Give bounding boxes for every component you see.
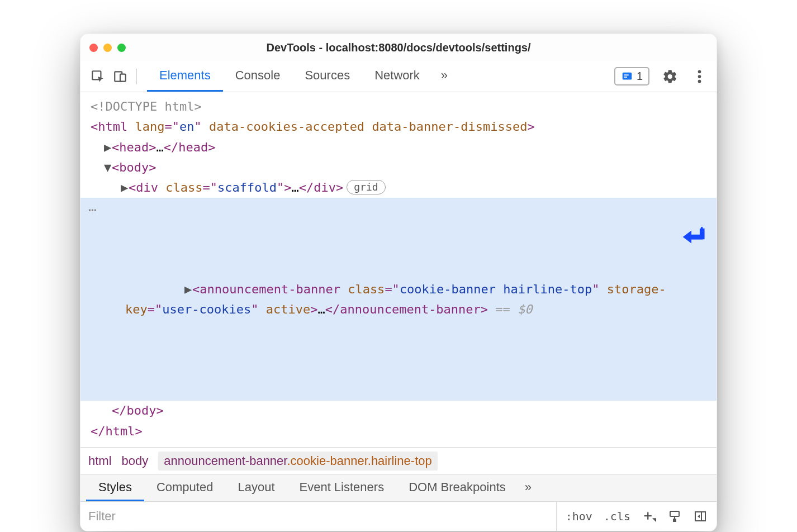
- tab-elements[interactable]: Elements: [147, 61, 223, 92]
- svg-rect-2: [120, 74, 126, 81]
- expand-triangle-icon[interactable]: ▶: [121, 178, 129, 198]
- titlebar: DevTools - localhost:8080/docs/devtools/…: [80, 34, 717, 61]
- svg-point-6: [698, 70, 701, 73]
- paint-flash-icon[interactable]: [667, 509, 682, 524]
- maximize-window-button[interactable]: [117, 44, 126, 52]
- computed-sidebar-toggle-icon[interactable]: [693, 509, 708, 524]
- minimize-window-button[interactable]: [103, 44, 112, 52]
- svg-rect-3: [623, 72, 632, 79]
- cls-toggle[interactable]: .cls: [604, 510, 630, 523]
- issues-badge[interactable]: 1: [614, 67, 649, 86]
- styles-filter-input[interactable]: [80, 502, 557, 531]
- issues-count: 1: [637, 70, 643, 83]
- ptab-layout[interactable]: Layout: [225, 474, 287, 501]
- new-style-rule-icon[interactable]: [642, 509, 656, 524]
- dom-body-open[interactable]: ▼<body>: [80, 158, 717, 178]
- devtools-window: DevTools - localhost:8080/docs/devtools/…: [80, 34, 717, 531]
- window-controls: [89, 44, 126, 52]
- crumb-body[interactable]: body: [122, 454, 149, 468]
- expand-triangle-icon[interactable]: ▶: [184, 279, 192, 300]
- hov-toggle[interactable]: :hov: [566, 510, 592, 523]
- dom-tree[interactable]: <!DOCTYPE html> <html lang="en" data-coo…: [80, 92, 717, 447]
- settings-gear-icon[interactable]: [661, 67, 680, 86]
- more-actions-icon[interactable]: ⋯: [88, 203, 96, 217]
- tab-network[interactable]: Network: [362, 61, 432, 92]
- tab-console[interactable]: Console: [223, 61, 293, 92]
- ptab-event-listeners[interactable]: Event Listeners: [287, 474, 397, 501]
- svg-point-8: [698, 79, 701, 83]
- dom-head[interactable]: ▶<head>…</head>: [80, 137, 717, 158]
- dom-doctype[interactable]: <!DOCTYPE html>: [80, 97, 717, 117]
- crumb-html[interactable]: html: [88, 454, 112, 468]
- pointer-arrow-icon: [620, 203, 705, 276]
- inspect-element-icon[interactable]: [88, 67, 107, 86]
- ptab-styles[interactable]: Styles: [86, 474, 144, 501]
- device-toolbar-icon[interactable]: [111, 67, 130, 86]
- svg-rect-4: [624, 74, 628, 75]
- dom-div-scaffold[interactable]: ▶<div class="scaffold">…</div>grid: [80, 178, 717, 198]
- collapse-triangle-icon[interactable]: ▼: [104, 158, 112, 178]
- svg-rect-13: [673, 519, 676, 521]
- grid-badge[interactable]: grid: [347, 180, 385, 194]
- tab-sources[interactable]: Sources: [292, 61, 362, 92]
- styles-toolbar: :hov .cls: [557, 509, 717, 524]
- window-title: DevTools - localhost:8080/docs/devtools/…: [80, 41, 717, 54]
- svg-rect-14: [695, 512, 705, 521]
- toolbar-divider: [136, 69, 137, 84]
- panel-tabs: Elements Console Sources Network: [147, 61, 432, 92]
- expand-triangle-icon[interactable]: ▶: [104, 137, 112, 158]
- ptab-dom-breakpoints[interactable]: DOM Breakpoints: [396, 474, 518, 501]
- more-menu-icon[interactable]: [690, 67, 709, 86]
- ptab-computed[interactable]: Computed: [144, 474, 226, 501]
- dom-html-open[interactable]: <html lang="en" data-cookies-accepted da…: [80, 117, 717, 137]
- ptabs-overflow[interactable]: »: [518, 474, 538, 501]
- tabs-overflow[interactable]: »: [435, 68, 453, 84]
- dom-body-close[interactable]: </body>: [80, 401, 717, 421]
- svg-rect-11: [670, 511, 679, 516]
- main-toolbar: Elements Console Sources Network » 1: [80, 61, 717, 92]
- styles-pane-tabs: Styles Computed Layout Event Listeners D…: [80, 474, 717, 502]
- dom-html-close[interactable]: </html>: [80, 421, 717, 441]
- svg-point-7: [698, 75, 701, 78]
- breadcrumb: html body announcement-banner.cookie-ban…: [80, 447, 717, 474]
- dom-selected-node[interactable]: ⋯ ▶<announcement-banner class="cookie-ba…: [80, 198, 717, 401]
- close-window-button[interactable]: [89, 44, 98, 52]
- styles-filter-bar: :hov .cls: [80, 502, 717, 531]
- crumb-selected[interactable]: announcement-banner.cookie-banner.hairli…: [158, 452, 437, 471]
- svg-rect-5: [624, 77, 627, 78]
